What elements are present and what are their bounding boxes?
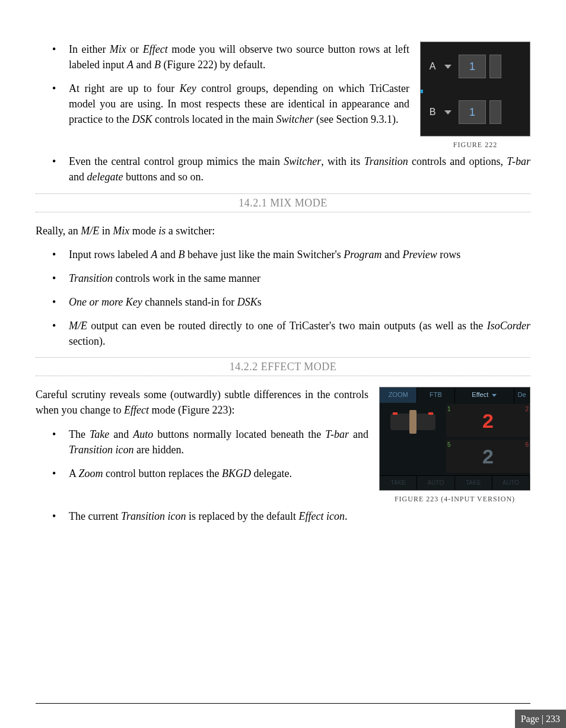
list-item: Transition controls work in the same man… — [52, 271, 530, 286]
list-item: The current Transition icon is replaced … — [52, 508, 530, 524]
list-item: M/E output can even be routed directly t… — [52, 318, 530, 349]
list-item: Even the central control group mimics th… — [52, 154, 530, 185]
bullet-list-1: In either Mix or Effect mode you will ob… — [36, 42, 530, 127]
list-item: Input rows labeled A and B behave just l… — [52, 247, 530, 262]
list-item: The Take and Auto buttons normally locat… — [52, 427, 530, 457]
bullet-list-3b: The current Transition icon is replaced … — [36, 508, 530, 524]
page-content: A 1 B 1 FIGURE 222 In either Mix or Effe… — [36, 42, 530, 524]
bullet-list-2: Input rows labeled A and B behave just l… — [36, 247, 530, 349]
bullet-list-3: The Take and Auto buttons normally locat… — [36, 427, 530, 481]
figure-222-caption: FIGURE 222 — [420, 140, 530, 150]
bullet-list-1b: Even the central control group mimics th… — [36, 154, 530, 185]
list-item: At right are up to four Key control grou… — [52, 81, 530, 127]
paragraph: Really, an M/E in Mix mode is a switcher… — [36, 223, 530, 239]
figure-223-caption: FIGURE 223 (4-INPUT VERSION) — [379, 494, 530, 504]
list-item: A Zoom control button replaces the BKGD … — [52, 466, 530, 481]
list-item: One or more Key channels stand-in for DS… — [52, 294, 530, 310]
section-heading-mix: 14.2.1 MIX MODE — [36, 193, 530, 212]
list-item: In either Mix or Effect mode you will ob… — [52, 42, 530, 72]
tab-ftb: FTB — [417, 387, 454, 403]
tab-de: De — [514, 387, 530, 403]
page-number: Page | 233 — [515, 710, 566, 728]
dropdown-icon — [492, 394, 497, 397]
tab-zoom: ZOOM — [380, 387, 417, 403]
page-footer: Page | 233 — [36, 703, 566, 728]
tab-effect: Effect — [455, 387, 515, 403]
section-heading-effect: 14.2.2 EFFECT MODE — [36, 357, 530, 376]
